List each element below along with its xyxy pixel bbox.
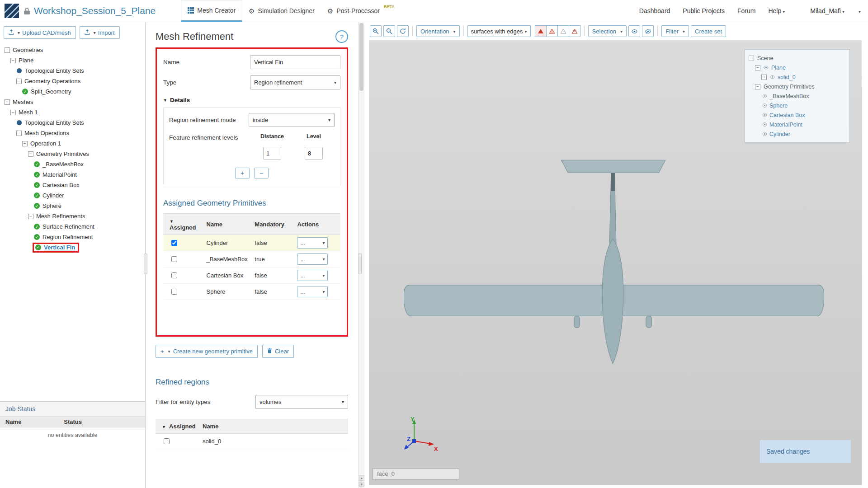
- scene-item-geometry-primitives[interactable]: −Geometry Primitives: [748, 82, 847, 91]
- collapse-icon[interactable]: −: [755, 84, 760, 89]
- hide-selected-button[interactable]: [642, 25, 654, 37]
- selection-dropdown[interactable]: Selection ▾: [588, 25, 627, 37]
- tree-item-sphere[interactable]: ✓Sphere: [0, 201, 145, 211]
- actions-dropdown[interactable]: ...▾: [297, 237, 328, 249]
- tree-item-cartesian-box[interactable]: ✓Cartesian Box: [0, 180, 145, 190]
- help-button[interactable]: ?: [335, 30, 348, 43]
- refresh-view-button[interactable]: [397, 25, 409, 37]
- tree-item-materialpoint[interactable]: ✓MaterialPoint: [0, 169, 145, 180]
- tree-item-region-refinement[interactable]: ✓Region Refinement: [0, 232, 145, 242]
- airplane-model[interactable]: [404, 157, 824, 367]
- primitive-row-basemeshbox[interactable]: _BaseMeshBoxtrue...▾: [163, 251, 340, 267]
- collapse-icon[interactable]: −: [755, 65, 760, 70]
- tree-item-topological-entity-sets[interactable]: Topological Entity Sets: [0, 117, 145, 128]
- tab-mesh-creator[interactable]: Mesh Creator: [181, 0, 242, 22]
- collapse-icon[interactable]: −: [10, 58, 16, 63]
- filter-dropdown[interactable]: Filter ▾: [661, 25, 689, 37]
- scroll-down-button[interactable]: ▼: [359, 482, 364, 487]
- type-select[interactable]: Region refinement ▾: [250, 75, 340, 89]
- tree-item-mesh-operations[interactable]: −Mesh Operations: [0, 128, 145, 138]
- viewport-canvas[interactable]: −Scene−Plane+solid_0−Geometry Primitives…: [369, 40, 862, 485]
- collapse-icon[interactable]: −: [16, 131, 22, 136]
- scene-item-plane[interactable]: −Plane: [748, 63, 847, 72]
- tree-item-surface-refinement[interactable]: ✓Surface Refinement: [0, 221, 145, 232]
- tree-item-vertical-fin[interactable]: ✓Vertical Fin: [0, 242, 145, 253]
- actions-dropdown[interactable]: ...▾: [297, 286, 328, 297]
- primitive-row-sphere[interactable]: Spherefalse...▾: [163, 284, 340, 300]
- add-level-button[interactable]: +: [235, 168, 250, 178]
- collapse-icon[interactable]: −: [22, 141, 28, 146]
- scene-item-sphere[interactable]: Sphere: [748, 101, 847, 110]
- tree-item-cylinder[interactable]: ✓Cylinder: [0, 190, 145, 201]
- render-mode-shaded-edges-button[interactable]: [546, 25, 558, 37]
- zoom-fit-button[interactable]: [383, 25, 395, 37]
- scene-item-materialpoint[interactable]: MaterialPoint: [748, 120, 847, 129]
- entity-filter-select[interactable]: volumes ▾: [255, 395, 348, 409]
- user-menu[interactable]: Milad_Mafi▾: [810, 7, 844, 14]
- nav-link-dashboard[interactable]: Dashboard: [639, 7, 670, 14]
- collapse-icon[interactable]: −: [28, 214, 33, 219]
- primitive-row-cylinder[interactable]: Cylinderfalse...▾: [163, 235, 340, 251]
- tree-item-mesh-1[interactable]: −Mesh 1: [0, 107, 145, 117]
- zoom-in-button[interactable]: [370, 25, 382, 37]
- details-collapse-header[interactable]: ▼ Details: [163, 97, 340, 103]
- tree-item-plane[interactable]: −Plane: [0, 55, 145, 66]
- collapse-icon[interactable]: −: [5, 47, 10, 53]
- render-mode-solid-button[interactable]: [535, 25, 547, 37]
- primitive-row-cartesian-box[interactable]: Cartesian Boxfalse...▾: [163, 267, 340, 284]
- scene-item-cartesian-box[interactable]: Cartesian Box: [748, 110, 847, 120]
- simscale-logo[interactable]: [5, 4, 19, 18]
- visibility-eye-icon[interactable]: [763, 65, 769, 70]
- visibility-eye-icon[interactable]: [769, 75, 775, 80]
- assigned-checkbox[interactable]: [171, 289, 177, 295]
- assigned-checkbox[interactable]: [171, 240, 177, 246]
- orientation-dropdown[interactable]: Orientation ▾: [416, 25, 460, 37]
- assigned-checkbox[interactable]: [171, 272, 177, 278]
- scene-item-scene[interactable]: −Scene: [748, 53, 847, 63]
- scene-item-cylinder[interactable]: Cylinder: [748, 129, 847, 139]
- tree-item-mesh-refinements[interactable]: −Mesh Refinements: [0, 211, 145, 221]
- remove-level-button[interactable]: −: [254, 168, 269, 178]
- import-button[interactable]: ▾ Import: [80, 26, 120, 39]
- render-mode-mesh-button[interactable]: [569, 25, 580, 37]
- tree-item-operation-1[interactable]: −Operation 1: [0, 138, 145, 149]
- collapse-icon[interactable]: −: [16, 79, 22, 84]
- refined-region-row-solid-0[interactable]: solid_0: [156, 434, 348, 449]
- collapse-icon[interactable]: −: [5, 99, 10, 105]
- sort-triangle-icon[interactable]: ▼: [170, 219, 174, 224]
- tab-post-processor[interactable]: ⚙ Post-Processor BETA: [321, 0, 401, 22]
- scroll-up-button[interactable]: ▲: [359, 475, 364, 481]
- distance-input[interactable]: [263, 147, 281, 160]
- sidebar-resize-handle[interactable]: [144, 253, 147, 274]
- nav-link-public-projects[interactable]: Public Projects: [683, 7, 725, 14]
- scene-item-basemeshbox[interactable]: _BaseMeshBox: [748, 91, 847, 101]
- tree-item-split-geometry[interactable]: ✓Split_Geometry: [0, 86, 145, 97]
- refinement-mode-select[interactable]: inside ▾: [249, 113, 335, 127]
- panel-scrollbar-thumb[interactable]: [359, 23, 363, 91]
- level-input[interactable]: [305, 147, 323, 160]
- actions-dropdown[interactable]: ...▾: [297, 253, 328, 265]
- navbar-more-chevron[interactable]: ▾: [857, 7, 861, 14]
- expand-icon[interactable]: +: [761, 75, 767, 80]
- create-geometry-primitive-button[interactable]: + ▾ Create new geometry primitive: [156, 345, 258, 358]
- clear-button[interactable]: Clear: [262, 345, 294, 358]
- tree-item-meshes[interactable]: −Meshes: [0, 97, 145, 107]
- nav-menu-help[interactable]: Help▾: [768, 7, 785, 14]
- create-set-button[interactable]: Create set: [691, 25, 726, 37]
- render-mode-wireframe-button[interactable]: [557, 25, 569, 37]
- tree-item-geometry-operations[interactable]: −Geometry Operations: [0, 76, 145, 86]
- tree-item-geometry-primitives[interactable]: −Geometry Primitives: [0, 149, 145, 159]
- collapse-icon[interactable]: −: [28, 151, 33, 157]
- assigned-checkbox[interactable]: [171, 256, 177, 262]
- collapse-icon[interactable]: −: [10, 110, 16, 115]
- actions-dropdown[interactable]: ...▾: [297, 270, 328, 281]
- display-mode-select[interactable]: surfaces with edges ▾: [467, 25, 531, 37]
- tree-item-topological-entity-sets[interactable]: Topological Entity Sets: [0, 66, 145, 76]
- tab-simulation-designer[interactable]: ⚙ Simulation Designer: [242, 0, 321, 22]
- scene-item-solid-0[interactable]: +solid_0: [748, 72, 847, 82]
- tree-item-basemeshbox[interactable]: ✓_BaseMeshBox: [0, 159, 145, 169]
- sort-triangle-icon[interactable]: ▼: [162, 425, 166, 429]
- name-input[interactable]: [250, 55, 340, 69]
- tree-item-geometries[interactable]: −Geometries: [0, 45, 145, 55]
- assigned-checkbox[interactable]: [164, 438, 170, 444]
